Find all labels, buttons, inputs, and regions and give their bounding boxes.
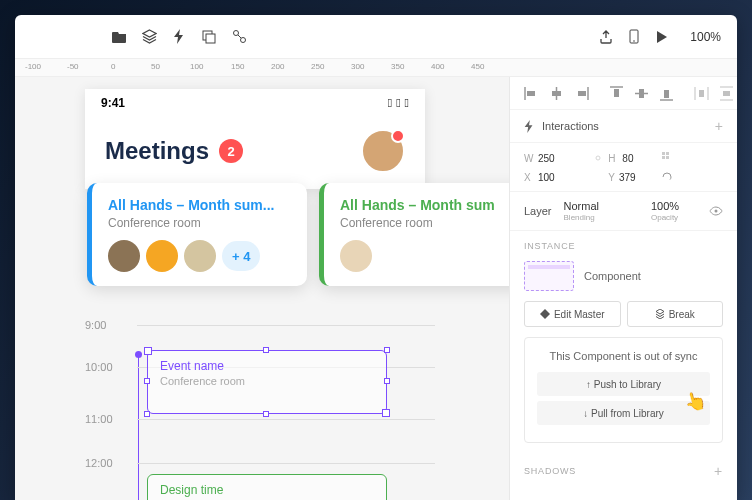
svg-rect-16 [639, 89, 644, 98]
constrain-icon[interactable] [592, 152, 604, 164]
svg-rect-27 [662, 156, 665, 159]
resize-handle[interactable] [263, 347, 269, 353]
wifi-icon: 􀙇 [388, 96, 392, 110]
timeline-event[interactable]: Design time [147, 474, 387, 500]
width-value[interactable]: 250 [538, 153, 555, 164]
phone-status-bar: 9:41 􀙇 􀛨 􀛨 [85, 89, 425, 117]
horizontal-ruler: -100 -50 0 50 100 150 200 250 300 350 40… [15, 59, 737, 77]
folder-icon[interactable] [111, 29, 127, 45]
design-canvas[interactable]: 9:41 􀙇 􀛨 􀛨 Meetings 2 [15, 77, 509, 500]
card-title: All Hands – Month sum... [108, 197, 291, 213]
svg-point-29 [715, 210, 718, 213]
svg-rect-21 [699, 90, 704, 97]
copy-icon[interactable] [201, 29, 217, 45]
current-time-line [138, 355, 139, 500]
svg-rect-28 [666, 156, 669, 159]
pull-from-library-button[interactable]: ↓ Pull from Library [537, 401, 710, 425]
attendee-avatar [146, 240, 178, 272]
resize-handle[interactable] [384, 347, 390, 353]
export-icon[interactable] [598, 29, 614, 45]
opacity-value[interactable]: 100% [651, 200, 697, 212]
meeting-cards: All Hands – Month sum... Conference room… [75, 183, 509, 286]
svg-rect-1 [206, 34, 215, 43]
time-label: 11:00 [85, 411, 127, 425]
user-avatar[interactable] [361, 129, 405, 173]
shadows-header: SHADOWS [524, 466, 576, 476]
attendee-avatar [108, 240, 140, 272]
component-thumbnail[interactable] [524, 261, 574, 291]
rotate-icon[interactable] [661, 171, 673, 183]
align-right-icon[interactable] [574, 86, 589, 101]
add-interaction-button[interactable]: + [715, 118, 723, 134]
screen-title: Meetings [105, 137, 209, 165]
battery-icon: 􀛨 [405, 96, 409, 110]
svg-rect-25 [662, 152, 665, 155]
card-subtitle: Conference room [340, 216, 509, 230]
top-toolbar: 100% [15, 15, 737, 59]
sync-notice: This Component is out of sync ↑ Push to … [524, 337, 723, 443]
inspector-panel: Interactions + W250 H80 X100 Y379 Layer … [509, 77, 737, 500]
svg-line-4 [238, 35, 241, 38]
meeting-card[interactable]: All Hands – Month sum... Conference room… [87, 183, 307, 286]
resize-handle[interactable] [263, 411, 269, 417]
bolt-icon [524, 120, 534, 133]
align-left-icon[interactable] [524, 86, 539, 101]
svg-rect-18 [664, 90, 669, 98]
sync-message: This Component is out of sync [537, 350, 710, 362]
visibility-icon[interactable] [709, 206, 723, 216]
grid-icon[interactable] [661, 151, 675, 165]
y-value[interactable]: 379 [619, 172, 636, 183]
count-badge: 2 [219, 139, 243, 163]
svg-point-6 [633, 40, 635, 42]
more-attendees[interactable]: + 4 [222, 241, 260, 271]
x-value[interactable]: 100 [538, 172, 555, 183]
event-name: Event name [160, 359, 374, 373]
align-bottom-icon[interactable] [659, 86, 674, 101]
event-room: Conference room [160, 375, 374, 387]
instance-thumbnail-row: Component [524, 261, 723, 291]
artboard-meetings[interactable]: 9:41 􀙇 􀛨 􀛨 Meetings 2 [85, 89, 425, 189]
component-label: Component [584, 270, 641, 282]
stack-icon[interactable] [141, 29, 157, 45]
meeting-card[interactable]: All Hands – Month sum Conference room [319, 183, 509, 286]
svg-rect-14 [614, 89, 619, 97]
distribute-v-icon[interactable] [719, 86, 734, 101]
bolt-icon[interactable] [171, 29, 187, 45]
dimensions-section: W250 H80 X100 Y379 [510, 143, 737, 192]
svg-rect-10 [552, 91, 561, 96]
link-icon[interactable] [231, 29, 247, 45]
layer-section: Layer Normal Blending 100% Opacity [510, 192, 737, 231]
add-shadow-button[interactable]: + [714, 463, 723, 479]
interactions-label: Interactions [542, 120, 707, 132]
distribute-h-icon[interactable] [694, 86, 709, 101]
instance-header: INSTANCE [524, 241, 575, 251]
align-center-v-icon[interactable] [634, 86, 649, 101]
align-top-icon[interactable] [609, 86, 624, 101]
resize-handle[interactable] [144, 411, 150, 417]
edit-master-button[interactable]: Edit Master [524, 301, 621, 327]
play-icon[interactable] [654, 29, 670, 45]
card-title: All Hands – Month sum [340, 197, 509, 213]
time-label: 9:00 [85, 317, 127, 331]
align-center-h-icon[interactable] [549, 86, 564, 101]
timeline: 9:00 10:00 11:00 12:00 Event name Confer… [85, 317, 445, 497]
svg-rect-12 [578, 91, 586, 96]
layer-label: Layer [524, 205, 552, 217]
event-name: Design time [160, 483, 374, 497]
blending-select[interactable]: Normal [564, 200, 639, 212]
selected-event[interactable]: Event name Conference room [147, 350, 387, 414]
device-icon[interactable] [626, 29, 642, 45]
zoom-level[interactable]: 100% [690, 30, 721, 44]
height-value[interactable]: 80 [622, 153, 633, 164]
break-button[interactable]: Break [627, 301, 724, 327]
attendee-avatar [340, 240, 372, 272]
resize-handle[interactable] [144, 378, 150, 384]
attendee-avatar [184, 240, 216, 272]
card-subtitle: Conference room [108, 216, 291, 230]
resize-handle[interactable] [384, 378, 390, 384]
svg-point-3 [240, 38, 245, 43]
signal-icon: 􀛨 [396, 96, 400, 110]
svg-rect-26 [666, 152, 669, 155]
push-to-library-button[interactable]: ↑ Push to Library [537, 372, 710, 396]
svg-point-2 [233, 31, 238, 36]
